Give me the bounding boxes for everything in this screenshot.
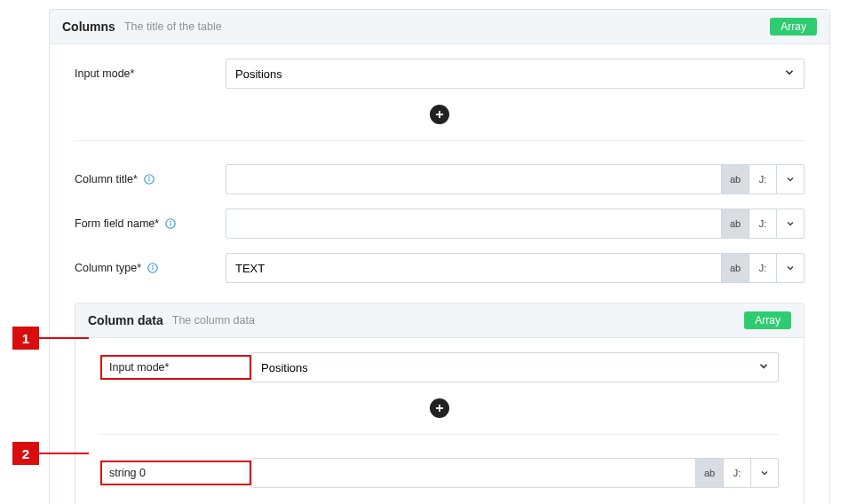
column-data-title: Column data	[88, 313, 163, 327]
columns-panel: Columns The title of the table Array Inp…	[49, 9, 830, 504]
add-button[interactable]	[430, 105, 449, 124]
info-icon[interactable]	[143, 173, 155, 185]
input-mode-row: Input mode*	[50, 59, 829, 89]
column-data-header: Column data The column data Array	[75, 303, 804, 338]
svg-point-7	[170, 221, 171, 222]
column-title-label: Column title*	[75, 173, 226, 185]
string0-label: string 0	[100, 461, 251, 485]
column-title-row: Column title* ab J:	[50, 164, 829, 194]
column-data-panel: Column data The column data Array Input …	[75, 303, 804, 504]
annotation-line-2	[39, 453, 89, 454]
columns-title: Columns	[62, 20, 115, 34]
annotation-line-1	[39, 337, 89, 339]
info-icon[interactable]	[164, 217, 177, 230]
divider	[100, 434, 779, 435]
input-mode-label: Input mode*	[75, 67, 226, 80]
mode-j-button[interactable]: J:	[749, 209, 777, 239]
mode-j-button[interactable]: J:	[723, 458, 751, 488]
mode-j-button[interactable]: J:	[749, 253, 777, 283]
mode-ab-button[interactable]: ab	[721, 164, 749, 194]
form-field-name-label: Form field name*	[75, 217, 226, 230]
columns-subtitle: The title of the table	[124, 20, 222, 33]
string0-input[interactable]	[251, 458, 697, 488]
annotation-marker-1: 1	[12, 327, 39, 350]
options-dropdown-button[interactable]	[776, 253, 804, 283]
options-dropdown-button[interactable]	[776, 209, 804, 239]
column-title-input[interactable]	[226, 164, 723, 194]
add-button[interactable]	[430, 398, 449, 418]
form-field-name-group: ab J:	[226, 209, 804, 239]
string0-group: ab J:	[251, 458, 779, 488]
column-type-group: ab J:	[226, 253, 804, 283]
form-field-name-input[interactable]	[226, 209, 723, 239]
column-data-subtitle: The column data	[172, 314, 255, 327]
string0-ctrls: ab J:	[696, 458, 779, 488]
info-icon[interactable]	[147, 262, 159, 274]
nested-add-row	[75, 382, 804, 434]
array-badge: Array	[770, 18, 817, 35]
add-row	[50, 89, 829, 140]
columns-header: Columns The title of the table Array	[50, 10, 829, 44]
nested-input-mode-value[interactable]	[251, 352, 779, 382]
nested-input-mode-row: Input mode*	[75, 352, 804, 382]
column-type-input[interactable]	[226, 253, 723, 283]
nested-input-mode-label: Input mode*	[100, 355, 251, 380]
array-badge: Array	[744, 311, 791, 329]
form-field-name-ctrls: ab J:	[722, 209, 804, 239]
mode-ab-button[interactable]: ab	[721, 253, 749, 283]
input-mode-select[interactable]	[226, 59, 804, 89]
column-type-ctrls: ab J:	[722, 253, 804, 283]
divider	[75, 140, 804, 141]
options-dropdown-button[interactable]	[776, 164, 804, 194]
column-title-group: ab J:	[226, 164, 804, 194]
svg-point-10	[153, 265, 154, 266]
annotation-marker-2: 2	[12, 442, 39, 465]
svg-point-4	[149, 177, 150, 177]
mode-ab-button[interactable]: ab	[695, 458, 724, 488]
options-dropdown-button[interactable]	[750, 458, 779, 488]
string0-row: string 0 ab J:	[75, 458, 804, 488]
input-mode-value[interactable]	[226, 59, 804, 89]
column-type-label: Column type*	[75, 262, 226, 274]
column-title-ctrls: ab J:	[722, 164, 804, 194]
columns-body: Input mode* Column title*	[50, 59, 829, 504]
form-field-name-row: Form field name* ab J:	[50, 209, 829, 239]
mode-ab-button[interactable]: ab	[721, 209, 749, 239]
column-type-row: Column type* ab J:	[50, 253, 829, 283]
mode-j-button[interactable]: J:	[749, 164, 777, 194]
column-data-body: Input mode* string 0	[75, 352, 804, 504]
nested-input-mode-select[interactable]	[251, 352, 779, 382]
